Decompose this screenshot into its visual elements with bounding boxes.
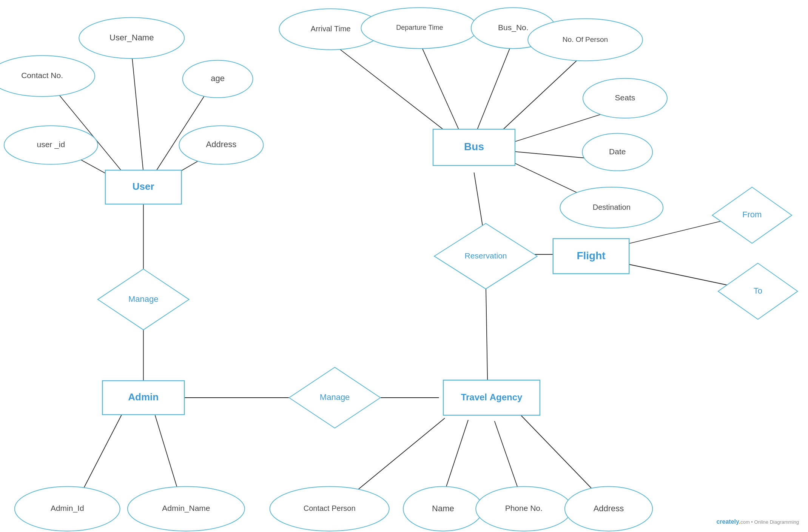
watermark: creately.com • Online Diagramming <box>716 518 799 525</box>
watermark-text: com • Online Diagramming <box>740 519 799 525</box>
er-diagram <box>0 0 808 532</box>
brand-name: creately <box>716 518 739 525</box>
